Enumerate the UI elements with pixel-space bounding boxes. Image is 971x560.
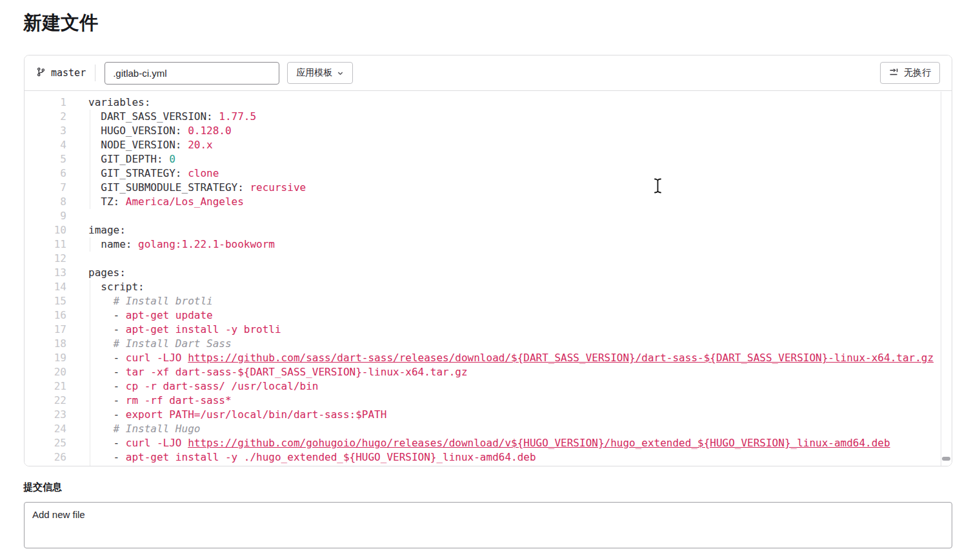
page-title: 新建文件 bbox=[23, 10, 98, 36]
code-line-content: # Install Dart Sass bbox=[88, 337, 232, 351]
code-line: 23 - export PATH=/usr/local/bin/dart-sas… bbox=[25, 408, 952, 422]
code-line-content: DART_SASS_VERSION: 1.77.5 bbox=[88, 110, 256, 124]
code-line: 24 # Install Hugo bbox=[25, 422, 952, 436]
line-number: 20 bbox=[25, 365, 66, 379]
code-line-content: - apt-get install -y ./hugo_extended_${H… bbox=[88, 450, 536, 465]
line-number: 22 bbox=[25, 394, 66, 408]
line-number: 9 bbox=[25, 209, 66, 223]
code-line-content: # Install brotli bbox=[88, 294, 213, 308]
code-line: 16 - apt-get update bbox=[25, 308, 952, 323]
code-line-content: # Install Hugo bbox=[88, 422, 200, 436]
scrollbar-track bbox=[941, 92, 941, 466]
code-line-content: - apt-get install -y brotli bbox=[88, 323, 281, 337]
line-number: 12 bbox=[25, 252, 66, 266]
soft-wrap-icon bbox=[889, 67, 899, 79]
line-number: 15 bbox=[25, 294, 66, 308]
code-line-content: pages: bbox=[88, 266, 126, 280]
code-line: 8 TZ: America/Los_Angeles bbox=[25, 195, 952, 209]
code-editor[interactable]: 1variables:2 DART_SASS_VERSION: 1.77.53 … bbox=[25, 92, 952, 466]
code-line-content: - apt-get update bbox=[88, 308, 213, 323]
code-line-content: TZ: America/Los_Angeles bbox=[88, 195, 244, 209]
code-line: 9 bbox=[25, 209, 952, 223]
code-line: 7 GIT_SUBMODULE_STRATEGY: recursive bbox=[25, 181, 952, 195]
code-line-content: GIT_STRATEGY: clone bbox=[88, 166, 219, 181]
code-line: 6 GIT_STRATEGY: clone bbox=[25, 166, 952, 181]
code-line: 14 script: bbox=[25, 280, 952, 294]
line-number: 2 bbox=[25, 110, 66, 124]
code-lines: 1variables:2 DART_SASS_VERSION: 1.77.53 … bbox=[25, 95, 952, 466]
line-number: 25 bbox=[25, 436, 66, 450]
line-number: 11 bbox=[25, 237, 66, 252]
code-line-content: - curl -LJO https://github.com/sass/dart… bbox=[88, 351, 934, 365]
code-line: 3 HUGO_VERSION: 0.128.0 bbox=[25, 124, 952, 138]
code-line: 15 # Install brotli bbox=[25, 294, 952, 308]
chevron-down-icon bbox=[337, 68, 344, 79]
line-number: 8 bbox=[25, 195, 66, 209]
line-number: 18 bbox=[25, 337, 66, 351]
line-number: 3 bbox=[25, 124, 66, 138]
scrollbar-thumb[interactable] bbox=[942, 457, 950, 461]
code-line: 19 - curl -LJO https://github.com/sass/d… bbox=[25, 351, 952, 365]
line-number: 21 bbox=[25, 379, 66, 394]
git-branch-icon bbox=[36, 67, 46, 79]
line-number: 7 bbox=[25, 181, 66, 195]
code-line: 12 bbox=[25, 252, 952, 266]
line-number: 6 bbox=[25, 166, 66, 181]
code-line-content: variables: bbox=[88, 95, 150, 110]
code-line-content: image: bbox=[88, 223, 126, 237]
no-wrap-label: 无换行 bbox=[904, 67, 931, 79]
code-line: 1variables: bbox=[25, 95, 952, 110]
line-number: 4 bbox=[25, 138, 66, 152]
code-line-content: - export PATH=/usr/local/bin/dart-sass:$… bbox=[88, 408, 386, 422]
commit-message-input[interactable]: Add new file bbox=[24, 502, 952, 548]
code-line-content: name: golang:1.22.1-bookworm bbox=[88, 237, 275, 252]
line-number: 13 bbox=[25, 266, 66, 280]
code-line-content: GIT_DEPTH: 0 bbox=[88, 152, 175, 166]
code-line: 22 - rm -rf dart-sass* bbox=[25, 394, 952, 408]
code-line-content: - rm -rf hugo_extended_${HUGO_VERSION}_l… bbox=[88, 465, 449, 466]
apply-template-button[interactable]: 应用模板 bbox=[287, 62, 353, 84]
code-line: 21 - cp -r dart-sass/ /usr/local/bin bbox=[25, 379, 952, 394]
commit-message-label: 提交信息 bbox=[23, 481, 62, 494]
line-number: 14 bbox=[25, 280, 66, 294]
code-line-content: - tar -xf dart-sass-${DART_SASS_VERSION}… bbox=[88, 365, 468, 379]
line-number: 26 bbox=[25, 450, 66, 465]
code-line: 11 name: golang:1.22.1-bookworm bbox=[25, 237, 952, 252]
line-number: 27 bbox=[25, 465, 66, 466]
no-wrap-button[interactable]: 无换行 bbox=[880, 62, 940, 84]
code-line: 2 DART_SASS_VERSION: 1.77.5 bbox=[25, 110, 952, 124]
code-line-content: HUGO_VERSION: 0.128.0 bbox=[88, 124, 232, 138]
line-number: 17 bbox=[25, 323, 66, 337]
code-line: 25 - curl -LJO https://github.com/gohugo… bbox=[25, 436, 952, 450]
code-line: 20 - tar -xf dart-sass-${DART_SASS_VERSI… bbox=[25, 365, 952, 379]
code-line: 17 - apt-get install -y brotli bbox=[25, 323, 952, 337]
line-number: 23 bbox=[25, 408, 66, 422]
code-line: 5 GIT_DEPTH: 0 bbox=[25, 152, 952, 166]
editor-toolbar: master 应用模板 无换行 bbox=[25, 55, 952, 91]
code-line-content: - rm -rf dart-sass* bbox=[88, 394, 232, 408]
branch-selector[interactable]: master bbox=[36, 67, 86, 79]
code-line-content: script: bbox=[88, 280, 145, 294]
code-line: 26 - apt-get install -y ./hugo_extended_… bbox=[25, 450, 952, 465]
line-number: 1 bbox=[25, 95, 66, 110]
code-line: 27 - rm -rf hugo_extended_${HUGO_VERSION… bbox=[25, 465, 952, 466]
line-number: 5 bbox=[25, 152, 66, 166]
code-line: 13pages: bbox=[25, 266, 952, 280]
code-line-content: GIT_SUBMODULE_STRATEGY: recursive bbox=[88, 181, 306, 195]
branch-name: master bbox=[51, 67, 86, 79]
line-number: 10 bbox=[25, 223, 66, 237]
code-line-content: - curl -LJO https://github.com/gohugoio/… bbox=[88, 436, 890, 450]
code-line: 10image: bbox=[25, 223, 952, 237]
line-number: 19 bbox=[25, 351, 66, 365]
line-number: 16 bbox=[25, 308, 66, 323]
apply-template-label: 应用模板 bbox=[296, 67, 332, 79]
code-line: 18 # Install Dart Sass bbox=[25, 337, 952, 351]
file-editor-card: master 应用模板 无换行 1v bbox=[24, 55, 952, 466]
code-line: 4 NODE_VERSION: 20.x bbox=[25, 138, 952, 152]
line-number: 24 bbox=[25, 422, 66, 436]
toolbar-divider bbox=[95, 65, 95, 81]
code-line-content: - cp -r dart-sass/ /usr/local/bin bbox=[88, 379, 318, 394]
filename-input[interactable] bbox=[105, 62, 279, 85]
code-line-content: NODE_VERSION: 20.x bbox=[88, 138, 213, 152]
